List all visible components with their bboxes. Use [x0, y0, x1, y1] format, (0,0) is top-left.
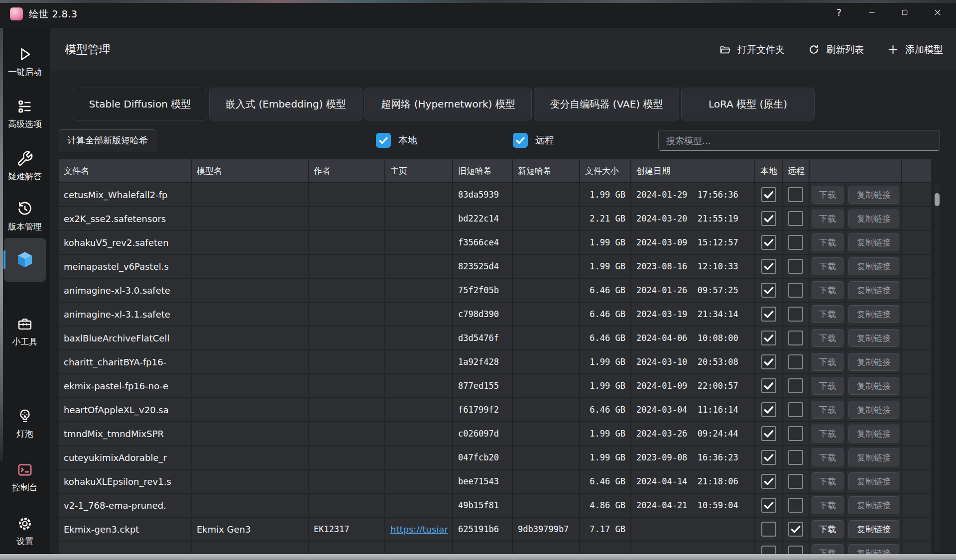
download-button[interactable]: 下载 [812, 377, 843, 395]
local-checkbox[interactable] [761, 259, 776, 274]
remote-checkbox[interactable] [788, 378, 803, 393]
homepage-link[interactable]: https://tusiar [390, 524, 448, 535]
table-row[interactable]: charitt_charitBYA-fp16-1a92f4281.99 GB20… [59, 350, 931, 373]
local-checkbox[interactable] [761, 235, 776, 250]
table-row[interactable]: cuteyukimixAdorable_r047fcb201.99 GB2023… [59, 446, 931, 469]
copy-link-button[interactable]: 复制链接 [848, 233, 899, 251]
local-checkbox[interactable] [761, 307, 776, 322]
copy-link-button[interactable]: 复制链接 [848, 257, 899, 275]
table-row[interactable]: heartOfAppleXL_v20.saf61799f26.46 GB2024… [59, 398, 931, 421]
scrollbar-thumb[interactable] [935, 193, 940, 206]
local-checkbox[interactable] [761, 283, 776, 298]
download-button[interactable]: 下载 [812, 186, 843, 204]
copy-link-button[interactable]: 复制链接 [848, 353, 899, 371]
download-button[interactable]: 下载 [812, 472, 843, 490]
sidebar-item-console[interactable]: 控制台 [0, 461, 50, 493]
copy-link-button[interactable]: 复制链接 [848, 520, 899, 538]
local-checkbox[interactable] [761, 378, 776, 393]
local-checkbox[interactable] [761, 498, 776, 513]
remote-checkbox[interactable] [788, 331, 803, 345]
table-row[interactable]: kohakuV5_rev2.safetenf3566ce41.99 GB2024… [59, 231, 931, 254]
table-row[interactable]: baxlBlueArchiveFlatCelld3d5476f6.46 GB20… [59, 327, 931, 349]
remote-filter-checkbox[interactable] [513, 133, 528, 148]
help-button[interactable]: ? [823, 0, 855, 25]
search-input[interactable] [658, 130, 940, 151]
remote-checkbox[interactable] [788, 211, 803, 226]
copy-link-button[interactable]: 复制链接 [848, 472, 899, 490]
maximize-button[interactable] [888, 0, 921, 25]
download-button[interactable]: 下载 [812, 233, 843, 251]
download-button[interactable]: 下载 [812, 520, 843, 538]
table-row[interactable]: ex2K_sse2.safetensorsbd222c142.21 GB2024… [59, 207, 931, 230]
copy-link-button[interactable]: 复制链接 [848, 281, 899, 299]
sidebar-item-small-tools[interactable]: 小工具 [0, 316, 50, 347]
local-checkbox[interactable] [761, 426, 776, 441]
tab-2[interactable]: 嵌入式 (Embedding) 模型 [209, 88, 362, 120]
download-button[interactable]: 下载 [812, 281, 843, 299]
copy-link-button[interactable]: 复制链接 [848, 377, 899, 395]
download-button[interactable]: 下载 [812, 257, 843, 275]
remote-checkbox[interactable] [788, 259, 803, 274]
remote-checkbox[interactable] [788, 522, 803, 537]
local-checkbox[interactable] [761, 474, 776, 489]
table-row[interactable]: v2-1_768-ema-pruned.49b15f814.86 GB2024-… [59, 494, 931, 517]
tab-5[interactable]: LoRA 模型 (原生) [681, 88, 815, 120]
download-button[interactable]: 下载 [812, 448, 843, 466]
table-row[interactable]: tmndMix_tmndMixSPRc026097d1.99 GB2024-03… [59, 422, 931, 445]
local-checkbox[interactable] [761, 450, 776, 465]
tab-4[interactable]: 变分自编码器 (VAE) 模型 [534, 88, 679, 120]
local-checkbox[interactable] [761, 331, 776, 345]
copy-link-button[interactable]: 复制链接 [848, 305, 899, 323]
remote-checkbox[interactable] [788, 402, 803, 417]
table-row[interactable]: kohakuXLEpsilon_rev1.sbee715436.46 GB202… [59, 470, 931, 493]
remote-checkbox[interactable] [788, 235, 803, 250]
remote-checkbox[interactable] [788, 450, 803, 465]
download-button[interactable]: 下载 [812, 353, 843, 371]
local-checkbox[interactable] [761, 211, 776, 226]
close-button[interactable] [921, 0, 954, 25]
table-row[interactable]: ekmix-pastel-fp16-no-e877ed1551.99 GB202… [59, 374, 931, 397]
local-checkbox[interactable] [761, 354, 776, 369]
add-model-button[interactable]: 添加模型 [887, 43, 943, 56]
open-folder-button[interactable]: 打开文件夹 [719, 43, 785, 56]
local-checkbox[interactable] [761, 522, 776, 537]
tab-3[interactable]: 超网络 (Hypernetwork) 模型 [364, 88, 532, 120]
table-row[interactable]: animagine-xl-3.0.safete75f2f05b6.46 GB20… [59, 279, 931, 302]
download-button[interactable]: 下载 [812, 210, 843, 227]
sidebar-item-advanced-options[interactable]: 高级选项 [0, 98, 50, 130]
remote-checkbox[interactable] [788, 354, 803, 369]
tab-1[interactable]: Stable Diffusion 模型 [73, 88, 207, 120]
scrollbar-track[interactable] [935, 184, 940, 553]
sidebar-item-troubleshoot[interactable]: 疑难解答 [0, 150, 50, 182]
sidebar-item-version-management[interactable]: 版本管理 [0, 201, 50, 232]
sidebar-item-settings[interactable]: 设置 [0, 515, 50, 547]
sidebar-item-launch[interactable]: 一键启动 [0, 46, 50, 78]
copy-link-button[interactable]: 复制链接 [848, 329, 899, 347]
table-row[interactable]: cetusMix_Whalefall2-fp83da59391.99 GB202… [59, 183, 931, 206]
table-row[interactable]: animagine-xl-3.1.safetec798d3906.46 GB20… [59, 303, 931, 326]
remote-checkbox[interactable] [788, 426, 803, 441]
copy-link-button[interactable]: 复制链接 [848, 186, 899, 204]
copy-link-button[interactable]: 复制链接 [848, 496, 899, 514]
table-row[interactable]: meinapastel_v6Pastel.s823525d41.99 GB202… [59, 255, 931, 278]
download-button[interactable]: 下载 [812, 496, 843, 514]
copy-link-button[interactable]: 复制链接 [848, 210, 899, 227]
download-button[interactable]: 下载 [812, 401, 843, 419]
download-button[interactable]: 下载 [812, 329, 843, 347]
copy-link-button[interactable]: 复制链接 [848, 425, 899, 443]
local-filter-checkbox[interactable] [376, 133, 391, 148]
sidebar-item-bulb[interactable]: 灯泡 [0, 408, 50, 440]
table-row[interactable]: Ekmix-gen3.ckptEkmix Gen3EK12317https://… [59, 518, 931, 541]
remote-checkbox[interactable] [788, 283, 803, 298]
remote-checkbox[interactable] [788, 187, 803, 202]
download-button[interactable]: 下载 [812, 305, 843, 323]
refresh-list-button[interactable]: 刷新列表 [808, 43, 864, 56]
download-button[interactable]: 下载 [812, 425, 843, 443]
copy-link-button[interactable]: 复制链接 [848, 448, 899, 466]
minimize-button[interactable] [855, 0, 888, 25]
remote-checkbox[interactable] [788, 474, 803, 489]
local-checkbox[interactable] [761, 402, 776, 417]
local-checkbox[interactable] [761, 187, 776, 202]
sidebar-item-model-management[interactable] [4, 238, 46, 282]
remote-checkbox[interactable] [788, 498, 803, 513]
